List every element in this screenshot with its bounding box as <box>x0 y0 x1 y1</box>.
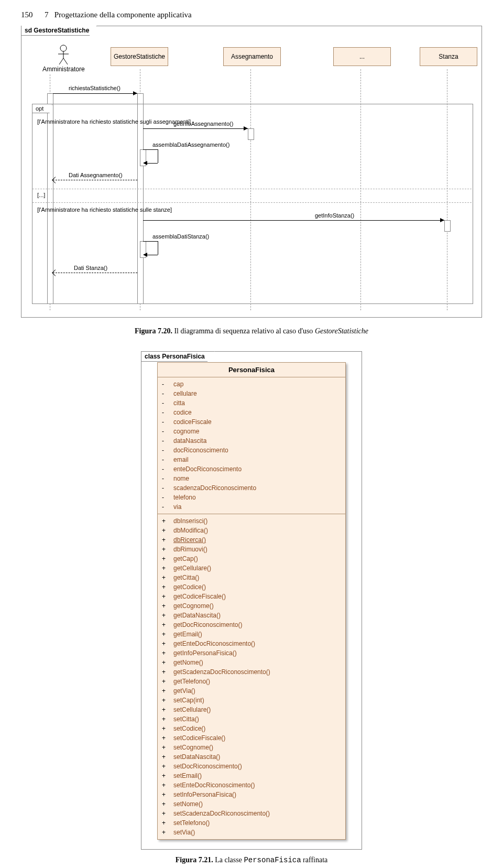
msg-dati-ass: Dati Assegnamento() <box>69 172 123 178</box>
class-operation: +getCap() <box>162 554 341 563</box>
guard-1: [l'Amministratore ha richiesto statistic… <box>37 118 191 125</box>
class-operation: +setEmail() <box>162 771 341 780</box>
class-attribute: -codiceFiscale <box>162 417 341 427</box>
class-diagram-frame: class PersonaFisica PersonaFisica -cap-c… <box>141 351 362 850</box>
class-operation: +getTelefono() <box>162 677 341 686</box>
class-operation: +getDataNascita() <box>162 611 341 620</box>
sequence-area: Amministratore GestoreStatistiche Assegn… <box>21 26 482 317</box>
class-attribute: -cognome <box>162 427 341 436</box>
lifeline-ellipsis: ... <box>333 47 391 66</box>
class-operation: +setTelefono() <box>162 818 341 828</box>
class-operation: +setDataNascita() <box>162 752 341 762</box>
class-attribute: -docRiconoscimento <box>162 446 341 455</box>
class-operation: +setNome() <box>162 799 341 809</box>
class-operation: +setDocRiconoscimento() <box>162 762 341 771</box>
caption-2-text-a: La classe <box>215 856 244 864</box>
arrow-m1 <box>53 93 137 94</box>
msg-assembla-stanza: assemblaDatiStanza() <box>152 233 209 240</box>
class-box: PersonaFisica -cap-cellulare-citta-codic… <box>157 362 346 840</box>
arrow-m6a <box>143 241 158 242</box>
class-operation: +setCodiceFiscale() <box>162 733 341 743</box>
class-attribute: -codice <box>162 408 341 417</box>
caption-1-italic: GestoreStatistiche <box>315 327 368 335</box>
class-operations: +dbInserisci()+dbModifica()+dbRicerca()+… <box>158 514 345 839</box>
arrow-m2 <box>143 128 248 129</box>
figure-caption-2: Figura 7.21. La classe PersonaFisica raf… <box>21 856 482 864</box>
actor-icon <box>56 45 71 66</box>
caption-2-mono: PersonaFisica <box>244 856 301 864</box>
class-attribute: -dataNascita <box>162 436 341 446</box>
class-operation: +getDocRiconoscimento() <box>162 620 341 630</box>
class-operation: +getCitta() <box>162 573 341 582</box>
lifeline-stanza: Stanza <box>420 47 477 66</box>
class-frame-label: class PersonaFisica <box>141 351 215 362</box>
actor-amministratore: Amministratore <box>42 45 85 73</box>
opt-separator-1 <box>32 189 472 189</box>
msg-assembla-ass: assemblaDatiAssegnamento() <box>152 142 229 148</box>
figure-label-2: Figura 7.21. <box>176 856 213 864</box>
class-operation: +setCellulare() <box>162 705 341 714</box>
arrow-m6b <box>158 241 158 255</box>
class-operation: +getCellulare() <box>162 563 341 573</box>
class-operation: +dbRimuovi() <box>162 545 341 554</box>
arrow-m3c <box>146 163 158 164</box>
arrow-head-m3 <box>143 161 147 165</box>
guard-2: [l'Amministratore ha richiesto statistic… <box>37 207 172 213</box>
class-operation: +setEnteDocRiconoscimento() <box>162 780 341 790</box>
msg-dati-stanza: Dati Stanza() <box>74 265 107 271</box>
arrow-m6c <box>146 255 158 255</box>
class-operation: +getCodiceFiscale() <box>162 592 341 601</box>
class-operation: +dbModifica() <box>162 526 341 535</box>
svg-line-4 <box>63 58 68 64</box>
class-operation: +getCodice() <box>162 582 341 592</box>
class-attribute: -telefono <box>162 493 341 502</box>
chapter-title: Progettazione della componente applicati… <box>54 10 192 19</box>
arrow-m5 <box>143 220 444 221</box>
lifeline-gestorestatistiche: GestoreStatistiche <box>111 47 168 66</box>
opt-frame: opt <box>32 104 473 304</box>
msg-getinfoass: getInfoAssegnamento() <box>173 121 233 127</box>
arrow-head-m5 <box>440 218 444 222</box>
class-operation: +getNome() <box>162 658 341 667</box>
caption-2-text-b: raffinata <box>301 856 328 864</box>
class-operation: +dbInserisci() <box>162 516 341 526</box>
actor-label: Amministratore <box>42 66 85 73</box>
guard-mid: [...] <box>37 192 45 198</box>
figure-label-1: Figura 7.20. <box>135 327 172 335</box>
sd-frame-label: sd GestoreStatistiche <box>21 26 97 36</box>
lifeline-assegnamento: Assegnamento <box>223 47 281 66</box>
class-attribute: -citta <box>162 398 341 408</box>
class-operation: +setCognome() <box>162 743 341 752</box>
msg-richiesta: richiestaStatistiche() <box>69 85 121 91</box>
class-operation: +setInfoPersonaFisica() <box>162 790 341 799</box>
class-operation: +setVia() <box>162 828 341 837</box>
class-name: PersonaFisica <box>158 363 345 377</box>
class-operation: +setCitta() <box>162 714 341 724</box>
arrow-head-m2 <box>244 126 248 131</box>
chapter-number: 7 <box>45 10 49 19</box>
class-operation: +setCodice() <box>162 724 341 733</box>
msg-getinfostanza: getInfoStanza() <box>315 212 354 219</box>
class-attribute: -scadenzaDocRiconoscimento <box>162 483 341 493</box>
class-attribute: -nome <box>162 474 341 483</box>
class-attribute: -email <box>162 455 341 464</box>
caption-1-text: Il diagramma di sequenza relativo al cas… <box>174 327 314 335</box>
class-operation: +getEmail() <box>162 630 341 639</box>
class-attribute: -via <box>162 502 341 512</box>
opt-label: opt <box>32 104 52 113</box>
opt-separator-2 <box>32 202 472 203</box>
class-operation: +setCap(int) <box>162 696 341 705</box>
class-operation: +getScadenzaDocRiconoscimento() <box>162 667 341 677</box>
class-operation: +getEnteDocRiconoscimento() <box>162 639 341 648</box>
sequence-diagram-frame: sd GestoreStatistiche Amministratore Ges… <box>21 26 482 318</box>
class-operation: +getCognome() <box>162 601 341 611</box>
arrow-m4 <box>53 180 137 180</box>
class-operation: +setScadenzaDocRiconoscimento() <box>162 809 341 818</box>
arrow-m3a <box>143 149 158 150</box>
arrow-head-m1 <box>133 91 137 95</box>
class-attribute: -cap <box>162 379 341 389</box>
page-number: 150 <box>21 10 33 19</box>
class-attribute: -enteDocRiconoscimento <box>162 464 341 474</box>
class-operation: +getInfoPersonaFisica() <box>162 648 341 658</box>
arrow-m3b <box>158 149 158 163</box>
